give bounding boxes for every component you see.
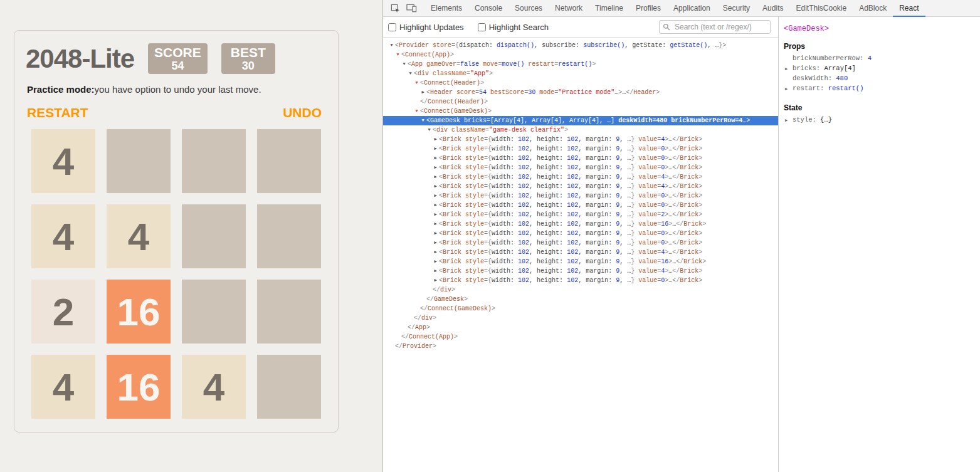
tree-line[interactable]: </div> <box>383 313 778 323</box>
tree-line[interactable]: </Connect(GameDesk)> <box>383 304 778 313</box>
tree-line[interactable]: ▼<Provider store={dispatch: dispatch(), … <box>383 41 778 50</box>
expand-arrow-icon[interactable]: ▶ <box>432 144 439 154</box>
tab-timeline[interactable]: Timeline <box>589 1 630 17</box>
collapse-arrow-icon[interactable]: ▼ <box>394 50 401 60</box>
highlight-search-label: Highlight Search <box>489 23 549 32</box>
collapse-arrow-icon[interactable]: ▼ <box>407 69 414 78</box>
tile-16: 16 <box>107 280 171 344</box>
expand-arrow-icon[interactable]: ▶ <box>432 191 439 201</box>
tab-react[interactable]: React <box>893 1 925 17</box>
tree-line[interactable]: </GameDesk> <box>383 295 778 304</box>
collapse-arrow-icon[interactable]: ▼ <box>401 60 408 69</box>
expand-arrow-icon[interactable]: ▶ <box>432 172 439 182</box>
restart-button[interactable]: RESTART <box>27 105 88 120</box>
tree-line[interactable]: ▶<Brick style={width: 102, height: 102, … <box>383 238 778 248</box>
undo-button[interactable]: UNDO <box>283 105 322 120</box>
prop-row[interactable]: ▶style: {…} <box>784 115 974 125</box>
highlight-search-checkbox[interactable] <box>478 23 486 31</box>
tree-line[interactable]: ▼<div className="App"> <box>383 69 778 78</box>
tile-4: 4 <box>107 204 171 268</box>
expand-arrow-icon[interactable]: ▶ <box>432 154 439 163</box>
collapse-arrow-icon[interactable]: ▼ <box>426 125 433 135</box>
device-toolbar-icon[interactable] <box>403 0 419 16</box>
expand-arrow-icon[interactable]: ▶ <box>432 257 439 266</box>
tree-line[interactable]: ▶<Brick style={width: 102, height: 102, … <box>383 135 778 144</box>
tab-editthiscookie[interactable]: EditThisCookie <box>789 1 853 17</box>
tree-line[interactable]: ▶<Brick style={width: 102, height: 102, … <box>383 172 778 182</box>
highlight-updates-checkbox[interactable] <box>388 23 396 31</box>
tree-line[interactable]: ▶<Brick style={width: 102, height: 102, … <box>383 144 778 154</box>
tree-line[interactable]: </App> <box>383 323 778 332</box>
tab-sources[interactable]: Sources <box>508 1 549 17</box>
tree-line[interactable]: ▶<Brick style={width: 102, height: 102, … <box>383 248 778 257</box>
tree-line[interactable]: ▼<div className="game-desk clearfix"> <box>383 125 778 135</box>
tile-4: 4 <box>31 129 95 193</box>
prop-row: brickNumberPerRow: 4 <box>784 53 974 63</box>
prop-row[interactable]: ▶bricks: Array[4] <box>784 63 974 73</box>
react-toolbar: Highlight Updates Highlight Search <box>383 17 778 38</box>
state-section: State ▶style: {…} <box>784 103 974 125</box>
tree-line[interactable]: ▶<Brick style={width: 102, height: 102, … <box>383 201 778 210</box>
tab-adblock[interactable]: AdBlock <box>853 1 893 17</box>
tile-16: 16 <box>107 355 171 419</box>
react-sidebar: <GameDesk> Props brickNumberPerRow: 4▶br… <box>778 17 980 472</box>
tree-line[interactable]: </Connect(App)> <box>383 332 778 342</box>
prop-row[interactable]: ▶restart: restart() <box>784 83 974 93</box>
expand-arrow-icon[interactable]: ▶ <box>432 182 439 191</box>
tree-line[interactable]: </Provider> <box>383 342 778 351</box>
highlight-search-group: Highlight Search <box>478 23 549 32</box>
tab-audits[interactable]: Audits <box>756 1 789 17</box>
expand-arrow-icon[interactable]: ▶ <box>432 229 439 238</box>
tab-profiles[interactable]: Profiles <box>630 1 667 17</box>
tab-security[interactable]: Security <box>717 1 756 17</box>
search-input[interactable] <box>659 20 771 34</box>
mode-line: Practice mode:you have option to undo yo… <box>27 84 327 95</box>
expand-arrow-icon[interactable]: ▶ <box>432 238 439 248</box>
tree-line[interactable]: </Connect(Header)> <box>383 97 778 107</box>
tree-line[interactable]: ▶<Brick style={width: 102, height: 102, … <box>383 276 778 285</box>
expand-arrow-icon[interactable]: ▶ <box>432 219 439 229</box>
expand-arrow-icon[interactable]: ▶ <box>432 276 439 285</box>
tree-line[interactable]: </div> <box>383 285 778 295</box>
best-value: 30 <box>228 60 269 72</box>
tab-network[interactable]: Network <box>549 1 589 17</box>
prop-value: 4 <box>868 55 872 62</box>
tree-line[interactable]: ▼<GameDesk bricks=[Array[4], Array[4], A… <box>383 116 778 125</box>
collapse-arrow-icon[interactable]: ▼ <box>413 78 420 88</box>
tree-line[interactable]: ▶<Brick style={width: 102, height: 102, … <box>383 219 778 229</box>
expand-arrow-icon[interactable]: ▶ <box>432 201 439 210</box>
tree-line[interactable]: ▶<Header score=54 bestScore=30 mode="Pra… <box>383 88 778 97</box>
tree-line[interactable]: ▶<Brick style={width: 102, height: 102, … <box>383 182 778 191</box>
expand-arrow-icon[interactable]: ▶ <box>432 248 439 257</box>
props-header: Props <box>784 42 974 51</box>
tree-line[interactable]: ▶<Brick style={width: 102, height: 102, … <box>383 257 778 266</box>
props-section: Props brickNumberPerRow: 4▶bricks: Array… <box>784 42 974 93</box>
expand-arrow-icon[interactable]: ▶ <box>785 84 788 94</box>
tree-line[interactable]: ▼<Connect(GameDesk)> <box>383 107 778 116</box>
expand-arrow-icon[interactable]: ▶ <box>785 64 788 74</box>
tree-line[interactable]: ▶<Brick style={width: 102, height: 102, … <box>383 266 778 276</box>
expand-arrow-icon[interactable]: ▶ <box>432 163 439 172</box>
tab-elements[interactable]: Elements <box>424 1 468 17</box>
tile-empty <box>257 204 321 268</box>
expand-arrow-icon[interactable]: ▶ <box>785 115 788 125</box>
expand-arrow-icon[interactable]: ▶ <box>432 135 439 144</box>
collapse-arrow-icon[interactable]: ▼ <box>388 41 395 50</box>
tree-line[interactable]: ▶<Brick style={width: 102, height: 102, … <box>383 154 778 163</box>
tab-console[interactable]: Console <box>468 1 508 17</box>
tree-line[interactable]: ▼<Connect(App)> <box>383 50 778 60</box>
expand-arrow-icon[interactable]: ▶ <box>419 88 426 97</box>
tree-line[interactable]: ▶<Brick style={width: 102, height: 102, … <box>383 210 778 219</box>
collapse-arrow-icon[interactable]: ▼ <box>413 107 420 116</box>
expand-arrow-icon[interactable]: ▶ <box>432 266 439 276</box>
tree-line[interactable]: ▶<Brick style={width: 102, height: 102, … <box>383 191 778 201</box>
tree-line[interactable]: ▶<Brick style={width: 102, height: 102, … <box>383 163 778 172</box>
expand-arrow-icon[interactable]: ▶ <box>432 210 439 219</box>
tree-line[interactable]: ▶<Brick style={width: 102, height: 102, … <box>383 229 778 238</box>
tree-line[interactable]: ▼<Connect(Header)> <box>383 78 778 88</box>
inspect-element-icon[interactable] <box>387 0 403 16</box>
collapse-arrow-icon[interactable]: ▼ <box>419 116 426 125</box>
props-list: brickNumberPerRow: 4▶bricks: Array[4]des… <box>784 53 974 93</box>
tree-line[interactable]: ▼<App gameOver=false move=move() restart… <box>383 60 778 69</box>
tab-application[interactable]: Application <box>667 1 717 17</box>
